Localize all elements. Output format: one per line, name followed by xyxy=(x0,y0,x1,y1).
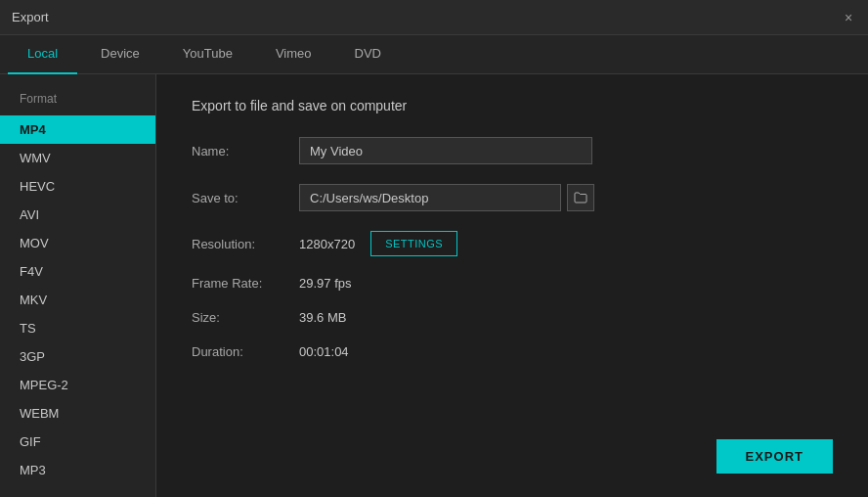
settings-button[interactable]: SETTINGS xyxy=(370,231,457,256)
content-title: Export to file and save on computer xyxy=(192,98,833,113)
format-ts[interactable]: TS xyxy=(0,314,155,342)
path-row xyxy=(299,184,594,211)
resolution-value-row: 1280x720 SETTINGS xyxy=(299,231,457,256)
save-to-label: Save to: xyxy=(192,191,299,205)
duration-label: Duration: xyxy=(192,344,299,359)
frame-rate-value: 29.97 fps xyxy=(299,276,352,291)
format-mov[interactable]: MOV xyxy=(0,229,155,257)
save-to-input[interactable] xyxy=(299,184,561,211)
format-webm[interactable]: WEBM xyxy=(0,399,155,428)
format-3gp[interactable]: 3GP xyxy=(0,342,155,371)
size-row: Size: 39.6 MB xyxy=(192,310,833,325)
folder-icon xyxy=(574,192,587,203)
resolution-value: 1280x720 xyxy=(299,237,355,251)
main-layout: Format MP4 WMV HEVC AVI MOV F4V MKV TS 3… xyxy=(0,74,868,497)
format-hevc[interactable]: HEVC xyxy=(0,172,155,201)
tab-dvd[interactable]: DVD xyxy=(335,35,401,74)
tab-device[interactable]: Device xyxy=(81,35,159,74)
format-mp3[interactable]: MP3 xyxy=(0,456,155,484)
close-button[interactable]: × xyxy=(841,10,856,25)
name-row: Name: xyxy=(192,137,833,164)
size-value: 39.6 MB xyxy=(299,310,346,325)
format-avi[interactable]: AVI xyxy=(0,201,155,229)
content-area: Export to file and save on computer Name… xyxy=(156,74,868,497)
resolution-row: Resolution: 1280x720 SETTINGS xyxy=(192,231,833,256)
frame-rate-label: Frame Rate: xyxy=(192,276,299,291)
size-label: Size: xyxy=(192,310,299,325)
format-wmv[interactable]: WMV xyxy=(0,144,155,172)
export-button[interactable]: EXPORT xyxy=(716,439,833,474)
format-f4v[interactable]: F4V xyxy=(0,257,155,286)
frame-rate-row: Frame Rate: 29.97 fps xyxy=(192,276,833,291)
title-bar: Export × xyxy=(0,0,868,35)
tab-vimeo[interactable]: Vimeo xyxy=(256,35,331,74)
duration-value: 00:01:04 xyxy=(299,344,349,359)
name-label: Name: xyxy=(192,144,299,158)
export-button-container: EXPORT xyxy=(716,439,833,474)
format-mp4[interactable]: MP4 xyxy=(0,115,155,144)
name-input[interactable] xyxy=(299,137,592,164)
browse-folder-button[interactable] xyxy=(567,184,594,211)
format-mpeg2[interactable]: MPEG-2 xyxy=(0,371,155,399)
title-bar-text: Export xyxy=(12,10,49,24)
format-header: Format xyxy=(0,86,155,115)
tab-local[interactable]: Local xyxy=(8,35,77,74)
format-gif[interactable]: GIF xyxy=(0,428,155,456)
sidebar: Format MP4 WMV HEVC AVI MOV F4V MKV TS 3… xyxy=(0,74,156,497)
format-mkv[interactable]: MKV xyxy=(0,286,155,314)
resolution-label: Resolution: xyxy=(192,237,299,251)
duration-row: Duration: 00:01:04 xyxy=(192,344,833,359)
tab-bar: Local Device YouTube Vimeo DVD xyxy=(0,35,868,74)
tab-youtube[interactable]: YouTube xyxy=(163,35,252,74)
save-to-row: Save to: xyxy=(192,184,833,211)
